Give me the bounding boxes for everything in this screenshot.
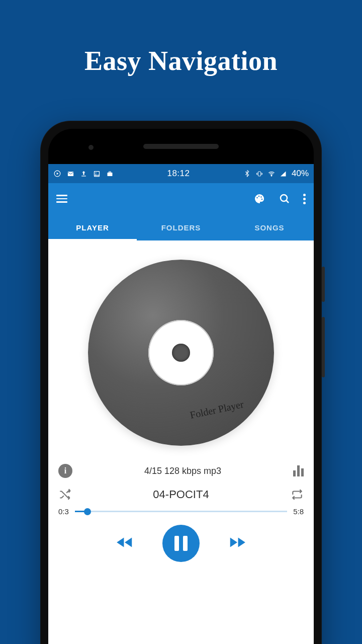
svg-line-16 (287, 201, 289, 203)
action-bar (48, 183, 314, 214)
phone-camera (88, 145, 94, 150)
album-disc: Folder Player (88, 260, 274, 446)
progress-row: 0:3 5:8 (58, 507, 304, 516)
svg-point-12 (258, 196, 260, 197)
next-button[interactable] (228, 533, 247, 554)
svg-marker-17 (117, 538, 124, 547)
info-icon: i (64, 466, 66, 475)
mail-icon (66, 170, 74, 178)
overflow-menu-button[interactable] (303, 194, 306, 204)
title-row: 04-POCIT4 (58, 488, 304, 501)
signal-icon (280, 170, 288, 178)
theme-button[interactable] (253, 192, 266, 205)
svg-point-14 (261, 199, 263, 200)
pause-icon (174, 536, 188, 551)
svg-rect-7 (109, 172, 111, 173)
briefcase-icon (106, 170, 114, 178)
tab-folders[interactable]: FOLDERS (137, 214, 225, 240)
svg-marker-10 (281, 171, 286, 176)
info-row: i 4/15 128 kbps mp3 (58, 464, 304, 478)
svg-point-11 (256, 197, 258, 199)
svg-point-13 (260, 196, 262, 198)
time-elapsed: 0:3 (58, 507, 69, 516)
info-button[interactable]: i (58, 464, 72, 478)
disc-hole (172, 344, 190, 362)
svg-point-9 (271, 175, 272, 176)
svg-point-5 (95, 172, 96, 173)
hero-title: Easy Navigation (0, 45, 362, 76)
track-title: 04-POCIT4 (153, 488, 209, 501)
svg-rect-6 (107, 173, 112, 176)
wifi-icon (267, 170, 276, 178)
svg-marker-19 (230, 538, 237, 547)
svg-rect-3 (81, 176, 86, 176)
seek-thumb[interactable] (84, 508, 91, 515)
image-icon (93, 170, 101, 178)
app-screen: 18:12 40% (48, 164, 314, 644)
svg-point-15 (281, 195, 287, 201)
svg-rect-8 (258, 172, 260, 176)
shuffle-button[interactable] (58, 488, 71, 501)
phone-side-button (322, 317, 325, 377)
vibrate-icon (255, 170, 263, 178)
search-button[interactable] (278, 192, 291, 205)
phone-speaker (143, 144, 219, 149)
time-total: 5:8 (293, 507, 304, 516)
player-panel: Folder Player i 4/15 128 kbps mp3 04-P (48, 240, 314, 644)
tab-bar: PLAYER FOLDERS SONGS (48, 214, 314, 240)
svg-marker-18 (125, 538, 132, 547)
menu-button[interactable] (56, 195, 67, 203)
bluetooth-icon (243, 170, 251, 178)
tab-player[interactable]: PLAYER (48, 214, 137, 240)
upload-icon (79, 170, 87, 178)
play-notification-icon (53, 170, 61, 178)
tab-songs[interactable]: SONGS (225, 214, 314, 240)
disc-center (148, 320, 214, 385)
seek-bar[interactable] (75, 511, 287, 512)
status-time: 18:12 (114, 169, 243, 179)
previous-button[interactable] (115, 533, 134, 554)
playback-controls (58, 525, 304, 562)
track-metadata: 4/15 128 kbps mp3 (144, 466, 221, 476)
status-right-icons: 40% (243, 169, 309, 179)
battery-text: 40% (292, 169, 309, 179)
phone-side-button (322, 267, 325, 302)
svg-marker-20 (238, 538, 245, 547)
disc-label: Folder Player (189, 398, 244, 421)
status-left-icons (53, 170, 114, 178)
repeat-button[interactable] (291, 488, 304, 501)
phone-frame: 18:12 40% (40, 121, 322, 644)
play-pause-button[interactable] (162, 525, 200, 562)
svg-rect-2 (67, 172, 73, 176)
equalizer-button[interactable] (293, 465, 304, 476)
status-bar: 18:12 40% (48, 164, 314, 183)
svg-marker-1 (57, 173, 59, 175)
